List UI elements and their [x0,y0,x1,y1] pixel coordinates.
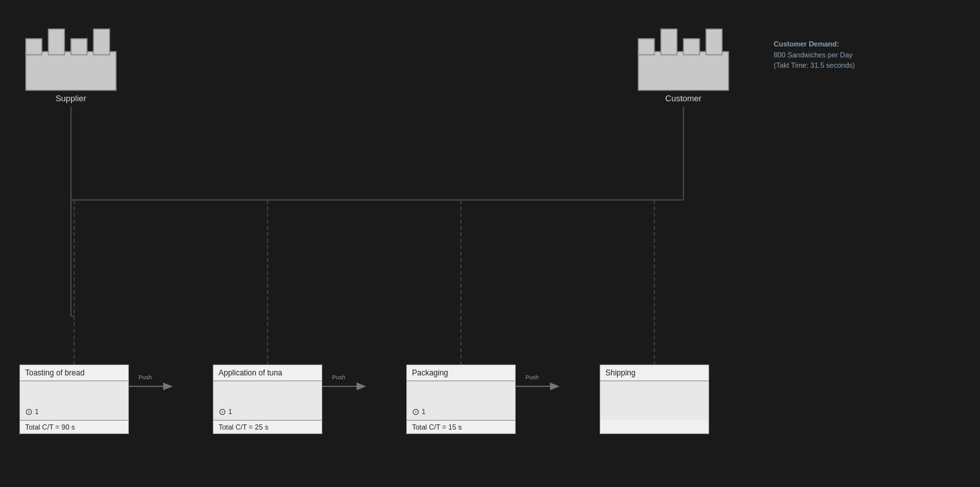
process-tuna-title: Application of tuna [213,365,322,381]
process-tuna: Application of tuna ⊙ 1 Total C/T = 25 s [213,364,322,434]
demand-title: Customer Demand: [774,39,855,50]
svg-rect-2 [48,29,64,55]
process-shipping-middle [600,381,709,420]
value-stream-map: Supplier Customer Customer Demand: 800 S… [0,0,980,487]
process-packaging: Packaging ⊙ 1 Total C/T = 15 s [406,364,516,434]
process-toasting-operator: ⊙ 1 [25,406,39,417]
process-packaging-title: Packaging [407,365,515,381]
process-packaging-operator: ⊙ 1 [412,406,426,417]
process-shipping-title: Shipping [600,365,709,381]
process-toasting-middle: ⊙ 1 [20,381,128,420]
svg-rect-6 [638,39,654,55]
svg-rect-9 [706,29,722,55]
svg-rect-4 [93,29,110,55]
process-tuna-ct: Total C/T = 25 s [213,420,322,433]
svg-marker-20 [550,383,560,390]
process-shipping: Shipping - [600,364,709,434]
demand-line1: 800 Sandwiches per Day [774,50,855,61]
process-toasting-title: Toasting of bread [20,365,128,381]
svg-marker-14 [163,383,173,390]
customer-factory-icon [632,19,735,97]
svg-text:Push: Push [332,374,346,381]
supplier-factory-icon [19,19,122,97]
customer-factory: Customer [632,19,735,106]
svg-marker-17 [357,383,366,390]
process-toasting: Toasting of bread ⊙ 1 Total C/T = 90 s [19,364,129,434]
svg-rect-0 [26,52,116,90]
operator-icon-3: ⊙ [412,406,420,417]
svg-text:Push: Push [139,374,152,381]
supplier-factory: Supplier [19,19,122,106]
svg-rect-7 [661,29,677,55]
operator-icon-1: ⊙ [25,406,33,417]
process-packaging-middle: ⊙ 1 [407,381,515,420]
customer-demand-info: Customer Demand: 800 Sandwiches per Day … [774,39,855,71]
process-packaging-ct: Total C/T = 15 s [407,420,515,433]
process-tuna-middle: ⊙ 1 [213,381,322,420]
svg-rect-1 [26,39,42,55]
customer-label: Customer [632,94,735,103]
svg-rect-8 [683,39,700,55]
demand-line2: (Takt Time: 31.5 seconds) [774,60,855,71]
svg-text:Push: Push [525,374,539,381]
process-tuna-operator: ⊙ 1 [219,406,232,417]
svg-rect-3 [71,39,87,55]
svg-rect-5 [638,52,729,90]
process-toasting-ct: Total C/T = 90 s [20,420,128,433]
supplier-label: Supplier [19,94,122,103]
operator-icon-2: ⊙ [219,406,226,417]
